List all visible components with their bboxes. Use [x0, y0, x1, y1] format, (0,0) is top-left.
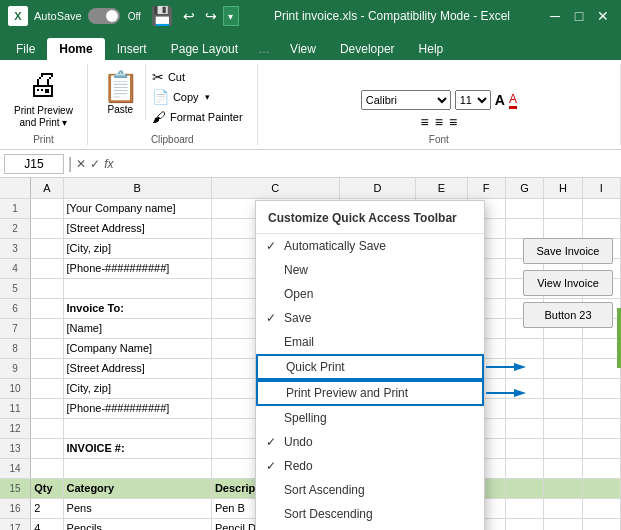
autosave-toggle[interactable] [88, 8, 120, 24]
excel-icon: X [8, 6, 28, 26]
save-icon[interactable]: 💾 [151, 5, 173, 27]
align-left-button[interactable]: ≡ [421, 114, 429, 130]
dropdown-item-undo[interactable]: Undo [256, 430, 484, 454]
dropdown-item-sort-asc[interactable]: Sort Ascending [256, 478, 484, 502]
clipboard-group-label: Clipboard [151, 134, 194, 145]
col-header-b: B [63, 178, 211, 198]
dropdown-item-sort-desc[interactable]: Sort Descending [256, 502, 484, 526]
print-preview-row: Print Preview and Print [256, 380, 484, 406]
window-title: Print invoice.xls - Compatibility Mode -… [239, 9, 545, 23]
tab-view[interactable]: View [278, 38, 328, 60]
right-action-buttons: Save Invoice View Invoice Button 23 [523, 238, 613, 328]
tab-developer[interactable]: Developer [328, 38, 407, 60]
copy-button[interactable]: 📄 Copy ▾ [150, 88, 245, 106]
formula-bar: | ✕ ✓ fx [0, 150, 621, 178]
copy-icon: 📄 [152, 89, 169, 105]
format-painter-button[interactable]: 🖌 Format Painter [150, 108, 245, 126]
scissors-icon: ✂ [152, 69, 164, 85]
quick-print-arrow [486, 360, 526, 374]
print-preview-arrow [486, 386, 526, 400]
qat-dropdown-button[interactable]: ▾ [223, 6, 239, 26]
view-invoice-button[interactable]: View Invoice [523, 270, 613, 296]
maximize-button[interactable]: □ [569, 6, 589, 26]
close-button[interactable]: ✕ [593, 6, 613, 26]
button-23[interactable]: Button 23 [523, 302, 613, 328]
ribbon-group-font: Calibri 11 A A ≡ ≡ ≡ Font [258, 64, 621, 145]
insert-function-button[interactable]: fx [104, 157, 113, 171]
col-header-row: A B C D E F G H I [0, 178, 621, 198]
dropdown-item-email[interactable]: Email [256, 330, 484, 354]
paste-button[interactable]: 📋 Paste [96, 64, 146, 120]
format-painter-icon: 🖌 [152, 109, 166, 125]
alignment-controls: ≡ ≡ ≡ [421, 114, 458, 130]
formula-divider: | [68, 155, 72, 173]
clipboard-sub-buttons: ✂ Cut 📄 Copy ▾ 🖌 Format Painter [146, 64, 249, 130]
font-group-label: Font [429, 134, 449, 145]
font-family-select[interactable]: Calibri [361, 90, 451, 110]
tab-file[interactable]: File [4, 38, 47, 60]
dropdown-item-spelling[interactable]: Spelling [256, 406, 484, 430]
col-header-f: F [467, 178, 505, 198]
window-controls: ─ □ ✕ [545, 6, 613, 26]
svg-marker-3 [514, 389, 526, 397]
toggle-state: Off [128, 11, 141, 22]
svg-marker-1 [514, 363, 526, 371]
font-controls: Calibri 11 A A [361, 90, 517, 110]
name-box[interactable] [4, 154, 64, 174]
col-header-i: I [582, 178, 620, 198]
autosave-label: AutoSave [34, 10, 82, 22]
tab-help[interactable]: Help [407, 38, 456, 60]
dropdown-item-save[interactable]: Save [256, 306, 484, 330]
dropdown-item-new[interactable]: New [256, 258, 484, 282]
qat-customize-dropdown: Customize Quick Access Toolbar Automatic… [255, 200, 485, 530]
paste-icon: 📋 [102, 69, 139, 104]
tab-page-layout[interactable]: Page Layout [159, 38, 250, 60]
dropdown-item-touch-mode[interactable]: Touch/Mouse Mode [256, 526, 484, 530]
align-right-button[interactable]: ≡ [449, 114, 457, 130]
ribbon-body: 🖨 Print Previewand Print ▾ Print 📋 Paste… [0, 60, 621, 150]
print-group-label: Print [33, 134, 54, 145]
tab-insert[interactable]: Insert [105, 38, 159, 60]
tab-ellipsis[interactable]: … [250, 38, 278, 60]
print-preview-button[interactable]: 🖨 Print Previewand Print ▾ [8, 64, 79, 130]
dropdown-item-quick-print[interactable]: Quick Print [256, 354, 484, 380]
dropdown-item-open[interactable]: Open [256, 282, 484, 306]
printer-icon: 🖨 [27, 66, 59, 103]
ribbon-group-clipboard: 📋 Paste ✂ Cut 📄 Copy ▾ 🖌 Format Painter [88, 64, 258, 145]
confirm-formula-button[interactable]: ✓ [90, 157, 100, 171]
minimize-button[interactable]: ─ [545, 6, 565, 26]
dropdown-item-autosave[interactable]: Automatically Save [256, 234, 484, 258]
dropdown-item-redo[interactable]: Redo [256, 454, 484, 478]
col-header-g: G [505, 178, 543, 198]
paste-label: Paste [108, 104, 134, 115]
main-area: A B C D E F G H I 1 [Your Company name] [0, 178, 621, 530]
formula-icons: ✕ ✓ fx [76, 157, 113, 171]
copy-arrow: ▾ [205, 92, 210, 102]
save-invoice-button[interactable]: Save Invoice [523, 238, 613, 264]
tab-home[interactable]: Home [47, 38, 104, 60]
font-color-button[interactable]: A [509, 92, 517, 109]
title-bar-left: X AutoSave Off 💾 ↩ ↪ ▾ [8, 5, 239, 27]
undo-button[interactable]: ↩ [183, 8, 195, 24]
green-indicator [617, 308, 621, 368]
corner-cell [0, 178, 31, 198]
col-header-a: A [31, 178, 63, 198]
cut-button[interactable]: ✂ Cut [150, 68, 245, 86]
col-header-h: H [544, 178, 582, 198]
ribbon-tabs: File Home Insert Page Layout … View Deve… [0, 32, 621, 60]
dropdown-item-print-preview[interactable]: Print Preview and Print [256, 380, 484, 406]
col-header-e: E [416, 178, 467, 198]
toggle-knob [106, 10, 118, 22]
col-header-c: C [211, 178, 339, 198]
col-header-d: D [339, 178, 416, 198]
ribbon-group-print: 🖨 Print Previewand Print ▾ Print [0, 64, 88, 145]
cancel-formula-button[interactable]: ✕ [76, 157, 86, 171]
align-center-button[interactable]: ≡ [435, 114, 443, 130]
font-size-select[interactable]: 11 [455, 90, 491, 110]
title-bar: X AutoSave Off 💾 ↩ ↪ ▾ Print invoice.xls… [0, 0, 621, 32]
redo-button[interactable]: ↪ [205, 8, 217, 24]
formula-input[interactable] [118, 155, 618, 173]
bold-button[interactable]: A [495, 92, 505, 108]
clipboard-content: 📋 Paste ✂ Cut 📄 Copy ▾ 🖌 Format Painter [96, 64, 249, 130]
quick-print-row: Quick Print [256, 354, 484, 380]
